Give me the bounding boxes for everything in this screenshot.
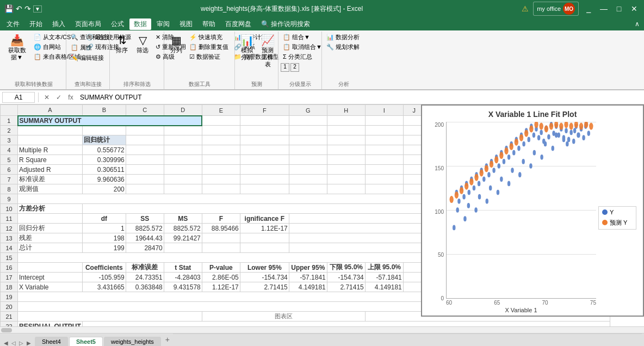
cell-a7[interactable]: 标准误差 xyxy=(18,175,83,184)
cell-i3[interactable] xyxy=(365,135,403,145)
cell-c12[interactable]: 8825.572 xyxy=(126,224,164,233)
cell-c2[interactable] xyxy=(126,126,164,135)
cell-f13[interactable] xyxy=(240,233,289,243)
cell-d4[interactable] xyxy=(164,145,202,155)
menu-layout[interactable]: 页面布局 xyxy=(71,18,106,30)
tab-nav-first[interactable]: ◁ xyxy=(10,340,17,346)
chart-area-label[interactable]: 图表区 xyxy=(202,312,365,322)
cell-e16[interactable]: P-value xyxy=(202,263,240,273)
cell-f16[interactable]: Lower 95% xyxy=(240,263,289,273)
cell-a2[interactable] xyxy=(18,126,83,135)
minimize-btn[interactable]: — xyxy=(598,3,609,14)
btn-properties[interactable]: 📋 属性 xyxy=(69,43,94,52)
tab-sheet5[interactable]: Sheet5 xyxy=(69,337,103,346)
cell-b18[interactable]: 3.431665 xyxy=(82,282,126,292)
menu-review[interactable]: 审阅 xyxy=(152,18,174,30)
cell-a21[interactable] xyxy=(18,312,202,322)
maximize-btn[interactable]: □ xyxy=(614,3,624,14)
cell-d3[interactable] xyxy=(164,135,202,145)
cell-c14[interactable]: 28470 xyxy=(126,243,164,253)
btn-forecast-sheet[interactable]: 📈 预测 工作表 xyxy=(258,33,277,70)
cell-a22[interactable]: RESIDUAL OUTPUT xyxy=(18,322,83,327)
menu-file[interactable]: 文件 xyxy=(2,18,24,30)
menu-view[interactable]: 视图 xyxy=(175,18,197,30)
btn-query-connections[interactable]: 🔍 查询和连接 xyxy=(69,33,112,42)
cell-a1[interactable]: SUMMARY OUTPUT xyxy=(18,116,202,126)
btn-sort[interactable]: ⇅ 排序 xyxy=(112,33,132,55)
cell-g1[interactable] xyxy=(289,116,327,126)
cell-e17[interactable]: 2.86E-05 xyxy=(202,273,240,282)
confirm-formula-btn[interactable]: ✓ xyxy=(54,92,64,102)
chart-container[interactable]: X Variable 1 Line Fit Plot 200 150 100 5… xyxy=(421,104,644,317)
cell-b22[interactable] xyxy=(82,322,610,327)
cell-b6[interactable]: 0.306511 xyxy=(82,165,126,175)
cell-d6[interactable] xyxy=(164,165,202,175)
cell-b8[interactable]: 200 xyxy=(82,184,126,194)
cell-d11[interactable]: MS xyxy=(164,214,202,224)
btn-remove-dups[interactable]: 📋 删除重复值 xyxy=(187,42,231,52)
scrollbar-thumb[interactable] xyxy=(1,328,12,332)
cell-b4[interactable]: 0.556772 xyxy=(82,145,126,155)
cell-h16[interactable]: 下限 95.0% xyxy=(327,263,365,273)
cell-a16[interactable] xyxy=(18,263,83,273)
cell-d18[interactable]: 9.431578 xyxy=(164,282,202,292)
cell-i18[interactable]: 4.149181 xyxy=(365,282,403,292)
cell-f11[interactable]: ignificance F xyxy=(240,214,289,224)
btn-flash-fill[interactable]: ⚡ 快速填充 xyxy=(187,33,231,42)
cell-c18[interactable]: 0.363848 xyxy=(126,282,164,292)
cell-e4[interactable] xyxy=(202,145,240,155)
cell-e7[interactable] xyxy=(202,175,240,184)
cell-i2[interactable] xyxy=(365,126,403,135)
cell-a10[interactable]: 方差分析 xyxy=(18,204,83,214)
cell-d13[interactable]: 99.21427 xyxy=(164,233,202,243)
cell-g4[interactable] xyxy=(289,145,327,155)
menu-help[interactable]: 帮助 xyxy=(198,18,220,30)
cell-e6[interactable] xyxy=(202,165,240,175)
cell-h1[interactable] xyxy=(327,116,365,126)
tab-nav-left[interactable]: ◀ xyxy=(2,340,10,346)
cell-i1[interactable] xyxy=(365,116,403,126)
btn-split[interactable]: ▦ 分列 xyxy=(166,33,186,55)
cell-h7[interactable] xyxy=(327,175,365,184)
col-header-d[interactable]: D xyxy=(164,105,202,116)
redo-icon[interactable]: ↷ xyxy=(24,4,31,13)
cell-a4[interactable]: Multiple R xyxy=(18,145,83,155)
cell-h6[interactable] xyxy=(327,165,365,175)
cell-c7[interactable] xyxy=(126,175,164,184)
cell-d14[interactable] xyxy=(164,243,202,253)
cell-a5[interactable]: R Square xyxy=(18,155,83,165)
cell-i6[interactable] xyxy=(365,165,403,175)
ribbon-minimize-btn[interactable]: ⎯ xyxy=(583,3,594,14)
cell-c5[interactable] xyxy=(126,155,164,165)
cell-g16[interactable]: Upper 95% xyxy=(289,263,327,273)
cell-c13[interactable]: 19644.43 xyxy=(126,233,164,243)
menu-insert[interactable]: 插入 xyxy=(48,18,70,30)
cell-g6[interactable] xyxy=(289,165,327,175)
cell-g17[interactable]: -57.1841 xyxy=(289,273,327,282)
grid-scroll[interactable]: A B C D E F G H I J K L M N O P Q xyxy=(0,104,644,326)
save-icon[interactable]: 💾 xyxy=(4,4,14,13)
cell-e2[interactable] xyxy=(202,126,240,135)
btn-data-analysis[interactable]: 📊 数据分析 xyxy=(324,33,362,42)
horizontal-scrollbar[interactable] xyxy=(0,326,644,333)
col-header-f[interactable]: F xyxy=(240,105,289,116)
office-badge[interactable]: my office MO xyxy=(533,2,579,16)
btn-filter[interactable]: ▽ 筛选 xyxy=(133,33,152,55)
cell-f7[interactable] xyxy=(240,175,289,184)
cell-d16[interactable]: t Stat xyxy=(164,263,202,273)
tab-nav-right-first[interactable]: ▷ xyxy=(17,340,25,346)
cell-f6[interactable] xyxy=(240,165,289,175)
cell-f2[interactable] xyxy=(240,126,289,135)
cell-i4[interactable] xyxy=(365,145,403,155)
cell-b2[interactable] xyxy=(82,126,126,135)
menu-data[interactable]: 数据 xyxy=(129,18,151,30)
cell-e13[interactable] xyxy=(202,233,240,243)
menu-formula[interactable]: 公式 xyxy=(107,18,128,30)
cell-d5[interactable] xyxy=(164,155,202,165)
cell-reference[interactable] xyxy=(2,92,35,103)
col-header-h[interactable]: H xyxy=(327,105,365,116)
cell-f12[interactable]: 1.12E-17 xyxy=(240,224,289,233)
cell-h8[interactable] xyxy=(327,184,365,194)
cell-f18[interactable]: 2.71415 xyxy=(240,282,289,292)
tab-weights-heights[interactable]: weights_heights xyxy=(104,337,161,346)
